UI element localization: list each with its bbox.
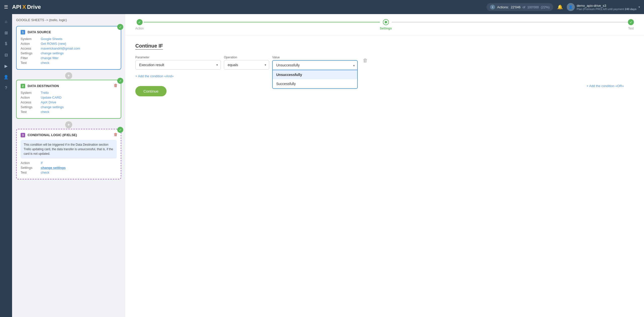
sidebar-item-user[interactable]: 👤 [2,72,11,82]
value-selected: Unsuccessfully [276,63,300,67]
trash-icon-3[interactable]: 🗑 [114,132,118,137]
sidebar-item-video[interactable]: ▶ [2,61,11,70]
form-row: Parameter Execution result ▾ Operation e… [135,56,634,70]
user-area: 👤 demo_apix-drive_s3 Plan |Premium PRO| … [567,3,640,11]
add-or-button[interactable]: + Add the condition «OR» [586,84,624,88]
card-row: Test check [21,110,117,114]
trash-icon-2[interactable]: 🗑 [114,83,118,88]
source-filter[interactable]: change filter [41,56,59,60]
card-row: Action Get ROWS (new) [21,42,117,46]
user-info: demo_apix-drive_s3 Plan |Premium PRO| le… [577,4,636,11]
actions-pill: i Actions: 22'046 of 100'000 (22%) [487,3,553,11]
card-title-2: 2 DATA DESTINATION [21,84,117,88]
sidebar-item-flow[interactable]: ⊞ [2,28,11,37]
card-num-2: 2 [21,84,25,88]
right-panel: ✓ Action Settings ✓ Test Continue IF [125,14,644,317]
operation-value: equals [228,63,238,67]
operation-dropdown[interactable]: equals ▾ [224,60,269,70]
page-title: Continue IF [135,43,163,50]
card-row: Test check [21,171,117,174]
sidebar-item-help[interactable]: ? [2,84,11,93]
step-action: ✓ Action [135,19,144,30]
dest-settings[interactable]: change settings [41,105,64,109]
logo-x: X [22,4,26,10]
step-settings: Settings [380,19,392,30]
card-num-3: 3 [21,133,25,137]
breadcrumb: GOOGLE SHEETS -> (trello, logic) [16,18,121,22]
card-row: Settings change settings [21,166,117,170]
add-condition-button[interactable]: + Add the condition «And» [135,74,634,78]
source-access[interactable]: maverickandrii@gmail.com [41,47,80,50]
sidebar-item-briefcase[interactable]: ⊟ [2,50,11,59]
actions-total: 100'000 [527,5,539,9]
card-row: Action Update CARD [21,96,117,99]
step-test: ✓ Test [628,19,634,30]
card-row: Action If [21,161,117,165]
dest-system[interactable]: Trello [41,91,49,95]
card-title-3: 3 CONDITIONAL LOGIC (IF/ELSE) [21,133,117,137]
source-system[interactable]: Google Sheets [41,37,62,41]
form-col-operation: Operation equals ▾ [224,56,269,70]
dest-action[interactable]: Update CARD [41,96,61,99]
step-circle-settings [383,19,389,25]
delete-row-button[interactable]: 🗑 [361,56,370,65]
card-check-3: ✓ [117,127,123,133]
operation-chevron-icon: ▾ [265,63,266,67]
chevron-down-icon[interactable]: ▾ [638,5,640,9]
parameter-value: Execution result [139,63,164,67]
continue-button[interactable]: Continue [135,86,167,96]
value-dropdown[interactable]: Unsuccessfully ▴ [272,60,358,70]
sidebar-item-home[interactable]: ⌂ [2,17,11,26]
card-row: Test check [21,61,117,65]
connector-circle[interactable]: + [65,72,72,79]
actions-count: 22'046 [511,5,521,9]
operation-label: Operation [224,56,269,59]
source-settings[interactable]: change settings [41,51,64,55]
logo: APIXDrive [12,4,41,10]
parameter-dropdown[interactable]: Execution result ▾ [135,60,221,70]
value-chevron-icon: ▴ [353,63,355,67]
value-label: Value [272,56,358,59]
card-row: System Trello [21,91,117,95]
dest-test[interactable]: check [41,110,49,114]
main-layout: ⌂ ⊞ $ ⊟ ▶ 👤 ? GOOGLE SHEETS -> (trello, … [0,14,644,317]
bell-icon[interactable]: 🔔 [557,4,563,10]
card-row: Settings change settings [21,51,117,55]
user-name: demo_apix-drive_s3 [577,4,636,8]
avatar: 👤 [567,3,575,11]
connector-circle-2[interactable]: + [65,121,72,128]
sidebar-item-billing[interactable]: $ [2,39,11,48]
card-row: System Google Sheets [21,37,117,41]
card-description-3: This condition will be triggered if in t… [21,140,117,158]
actions-pct: (22%) [541,5,550,9]
source-action[interactable]: Get ROWS (new) [41,42,66,46]
card-row: Settings change settings [21,105,117,109]
source-test[interactable]: check [41,61,49,65]
card-row: Filter change filter [21,56,117,60]
card-check-2: ✓ [117,78,123,84]
hamburger-icon[interactable]: ☰ [4,4,8,10]
step-label-settings: Settings [380,27,392,30]
parameter-label: Parameter [135,56,221,59]
form-col-parameter: Parameter Execution result ▾ [135,56,221,70]
logic-settings[interactable]: change settings [41,166,66,170]
card-row: Access ApiX Drive [21,100,117,104]
dropdown-option-successfully[interactable]: Successfully [273,79,357,88]
logo-api: API [12,4,21,10]
step-circle-test: ✓ [628,19,634,25]
info-icon: i [490,5,495,10]
content-area: Continue IF Parameter Execution result ▾… [125,35,644,317]
logic-action[interactable]: If [41,161,43,165]
logic-test[interactable]: check [41,171,49,174]
value-dropdown-wrapper: Unsuccessfully ▴ Unsuccessfully Successf… [272,60,358,70]
card-data-destination: ✓ 🗑 2 DATA DESTINATION System Trello Act… [16,80,121,119]
card-title-1: 1 DATA SOURCE [21,30,117,34]
dropdown-option-unsuccessfully[interactable]: Unsuccessfully [273,70,357,79]
connector-2: + [16,121,121,129]
dest-access[interactable]: ApiX Drive [41,100,56,104]
card-row: Access maverickandrii@gmail.com [21,47,117,50]
connector-1: + [16,72,121,80]
card-num-1: 1 [21,30,25,34]
left-panel: GOOGLE SHEETS -> (trello, logic) ✓ 1 DAT… [12,14,125,317]
actions-of: of [522,5,525,9]
